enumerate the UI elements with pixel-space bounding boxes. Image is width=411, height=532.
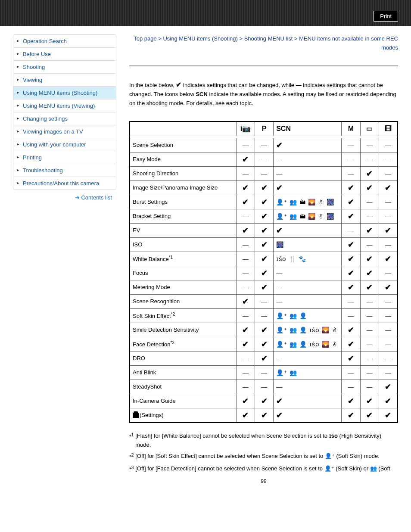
cell: — (236, 351, 255, 365)
cell: — (236, 380, 255, 394)
cell: — (236, 209, 255, 223)
main-content: Top page > Using MENU items (Shooting) >… (129, 34, 398, 484)
intro-text: In the table below, ✔ indicates settings… (129, 65, 398, 108)
cell: 👤⁺ 👥 (274, 365, 342, 380)
table-row: Metering Mode—✔—✔✔✔ (130, 280, 398, 294)
cell: ✔ (255, 180, 274, 195)
cell: ✔ (255, 223, 274, 237)
row-label: (Settings) (130, 408, 236, 423)
cell: ✔ (236, 323, 255, 337)
table-row: (Settings)✔✔✔✔✔✔ (130, 408, 398, 423)
table-row: Image Size/Panorama Image Size✔✔✔✔✔✔ (130, 180, 398, 195)
cell: — (274, 266, 342, 280)
cell: ✔ (255, 280, 274, 294)
cell: — (236, 237, 255, 252)
sidebar-item[interactable]: Before Use (13, 48, 116, 61)
breadcrumb-item[interactable]: Shooting MENU list (244, 35, 293, 42)
row-label: ISO (130, 237, 236, 252)
cell: — (360, 365, 379, 380)
row-label: Anti Blink (130, 365, 236, 380)
table-row: Scene Recognition✔————— (130, 294, 398, 308)
cell: ✔ (379, 252, 398, 266)
cell: ✔ (255, 237, 274, 252)
footnote-mark-1: *1 (129, 432, 134, 450)
cell: — (236, 138, 255, 152)
cell: ✔ (379, 280, 398, 294)
sidebar-item[interactable]: Operation Search (13, 35, 116, 48)
cell: ✔ (236, 337, 255, 351)
cell: — (342, 223, 360, 237)
cell: ✔ (236, 408, 255, 423)
cell: — (360, 380, 379, 394)
cell: — (342, 365, 360, 380)
cell: — (236, 166, 255, 180)
cell: — (360, 152, 379, 166)
cell: — (255, 138, 274, 152)
contents-list-link[interactable]: Contents list (13, 194, 116, 201)
sidebar-item[interactable]: Changing settings (13, 112, 116, 125)
table-row: DRO—✔—✔—— (130, 351, 398, 365)
cell: ✔ (342, 337, 360, 351)
cell: — (379, 237, 398, 252)
print-button[interactable]: Print (374, 11, 398, 22)
sidebar-item[interactable]: Viewing (13, 74, 116, 87)
th-scn: SCN (274, 121, 342, 136)
cell: ✔ (255, 337, 274, 351)
sidebar-item[interactable]: Shooting (13, 61, 116, 74)
cell: ✔ (342, 408, 360, 423)
cell: 🎆 (274, 237, 342, 252)
th-movie: 🎞 (379, 121, 398, 136)
breadcrumb-item[interactable]: Using MENU items (Shooting) (163, 35, 237, 42)
footnote-mark-3: *3 (129, 464, 134, 474)
cell: — (360, 209, 379, 223)
sidebar-item[interactable]: Viewing images on a TV (13, 125, 116, 138)
cell: — (342, 294, 360, 308)
cell: ✔ (379, 180, 398, 195)
cell: ✔ (274, 394, 342, 408)
cell: ✔ (379, 394, 398, 408)
sidebar-item[interactable]: Using MENU items (Shooting) (13, 87, 116, 100)
th-panorama: ▭ (360, 121, 379, 136)
cell: ✔ (274, 138, 342, 152)
sidebar: Operation SearchBefore UseShootingViewin… (13, 34, 116, 484)
sidebar-item[interactable]: Using with your computer (13, 138, 116, 151)
softskin-icon: 👤⁺ (325, 453, 335, 459)
cell: — (255, 166, 274, 180)
cell: ✔ (236, 152, 255, 166)
th-m: M (342, 121, 360, 136)
table-row: Scene Selection——✔——— (130, 138, 398, 152)
cell: 👤⁺ 👥 👤 ɪśᴏ 🌄 🕯 (274, 323, 342, 337)
cell: — (236, 266, 255, 280)
cell: — (360, 308, 379, 323)
cell: 👤⁺ 👥 👤 (274, 308, 342, 323)
sidebar-item[interactable]: Printing (13, 151, 116, 164)
cell: — (236, 252, 255, 266)
footnote-mark-2: *2 (129, 452, 134, 461)
cell: ✔ (342, 323, 360, 337)
top-band: Print (0, 0, 411, 26)
softskin-icon: 👤⁺ (324, 465, 334, 472)
scn-label: SCN (196, 91, 207, 97)
sidebar-item[interactable]: Troubleshooting (13, 164, 116, 177)
cell: — (274, 380, 342, 394)
cell: ✔ (342, 351, 360, 365)
breadcrumb-item[interactable]: Top page (134, 35, 157, 42)
cell: ✔ (342, 266, 360, 280)
row-label: SteadyShot (130, 380, 236, 394)
sidebar-item[interactable]: Precautions/About this camera (13, 177, 116, 190)
cell: — (379, 209, 398, 223)
cell: — (255, 365, 274, 380)
cell: ✔ (255, 266, 274, 280)
cell: ✔ (360, 394, 379, 408)
cell: ✔ (360, 180, 379, 195)
sidebar-item[interactable]: Using MENU items (Viewing) (13, 100, 116, 112)
table-row: White Balance*1—✔ɪśᴏ 🍴 🐾✔✔✔ (130, 252, 398, 266)
cell: ✔ (255, 195, 274, 209)
th-auto: i📷 (236, 121, 255, 136)
row-label: Smile Detection Sensitivity (130, 323, 236, 337)
cell: — (379, 138, 398, 152)
cell: ✔ (360, 252, 379, 266)
table-row: Face Detection*3✔✔👤⁺ 👥 👤 ɪśᴏ 🌄 🕯✔—— (130, 337, 398, 351)
check-icon: ✔ (176, 79, 181, 90)
cell: ✔ (255, 408, 274, 423)
